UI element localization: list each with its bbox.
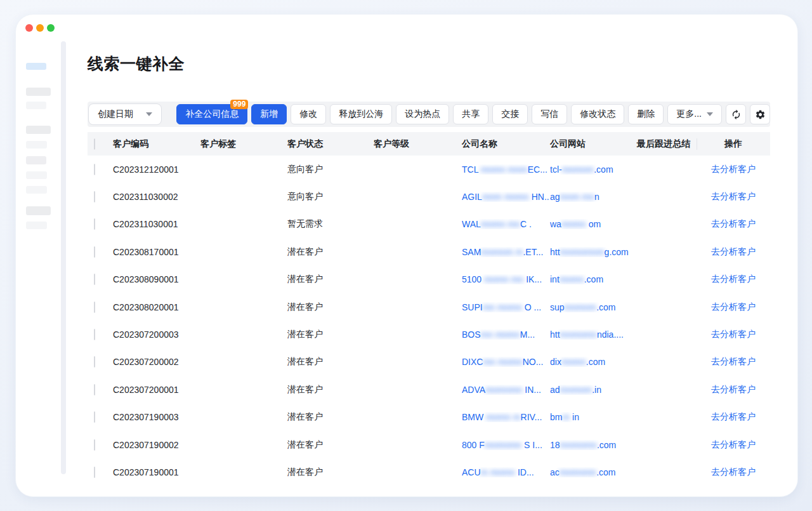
customer-status: 潜在客户 [287, 467, 374, 478]
company-website-link[interactable]: supmnmnm.com [550, 302, 637, 312]
company-name-link[interactable]: AGILmnm mnmn HN... [462, 192, 550, 202]
edit-button[interactable]: 修改 [291, 104, 326, 124]
company-name-link[interactable]: WALmnmn mnC . [462, 219, 550, 229]
company-website-link[interactable]: acmnmnmn.com [550, 467, 637, 477]
company-website-link[interactable]: intmnmn.com [550, 274, 637, 284]
row-checkbox[interactable] [94, 467, 95, 478]
analyze-customer-link[interactable]: 去分析客户 [711, 302, 756, 312]
analyze-customer-link[interactable]: 去分析客户 [711, 218, 756, 229]
window-controls [25, 24, 55, 32]
company-name-link[interactable]: 800 Fmnmnmn S I... [462, 440, 550, 450]
handover-label: 交接 [501, 109, 519, 120]
sync-button[interactable] [726, 104, 746, 124]
analyze-customer-link[interactable]: 去分析客户 [711, 191, 756, 201]
sidebar-skeleton-bar [26, 206, 51, 215]
set-hotspot-label: 设为热点 [405, 109, 440, 120]
maximize-window-icon[interactable] [47, 24, 55, 32]
customer-status: 暂无需求 [287, 218, 374, 230]
company-name-link[interactable]: 5100 mnmn mn IK... [462, 274, 550, 284]
customer-code: C202311030002 [113, 192, 200, 202]
analyze-customer-link[interactable]: 去分析客户 [711, 356, 756, 366]
company-name-link[interactable]: SUPImn mnmn O ... [462, 302, 550, 312]
company-website-link[interactable]: tcl-mnmnm.com [550, 164, 637, 175]
company-website-link[interactable]: agmnm mnn [550, 192, 637, 202]
row-checkbox[interactable] [94, 164, 95, 175]
redacted-text: mnmnmnm [560, 247, 605, 257]
company-website-link[interactable]: httmnmnmnmg.com [550, 247, 637, 257]
company-name-link[interactable]: BOSmn mnmnM... [462, 329, 550, 340]
redacted-text: mnmn m [486, 412, 520, 422]
change-status-button[interactable]: 修改状态 [571, 104, 624, 124]
company-name-link[interactable]: BMW mnmn mRIV... [462, 412, 550, 422]
analyze-customer-link[interactable]: 去分析客户 [711, 411, 756, 421]
close-window-icon[interactable] [25, 24, 33, 32]
row-checkbox[interactable] [94, 218, 95, 230]
company-name-link[interactable]: SAMmnmnm m.ET... [462, 247, 550, 257]
chevron-down-icon [146, 112, 152, 116]
company-website-link[interactable]: wamnmn om [550, 219, 637, 229]
redacted-text: mnmn [561, 357, 586, 367]
release-to-pool-button[interactable]: 释放到公海 [330, 104, 392, 124]
sidebar-item-active[interactable] [26, 63, 46, 70]
browser-window: 线索一键补全 创建日期 补全公司信息 999 新增 修改 释放到公海 [15, 14, 798, 497]
select-all-checkbox[interactable] [94, 138, 95, 150]
analyze-customer-link[interactable]: 去分析客户 [711, 384, 756, 394]
set-hotspot-button[interactable]: 设为热点 [396, 104, 449, 124]
analyze-customer-link[interactable]: 去分析客户 [711, 164, 756, 174]
company-name-link[interactable]: DIXCmn mnmnNO... [462, 357, 550, 367]
add-button-label: 新增 [260, 109, 278, 120]
handover-button[interactable]: 交接 [492, 104, 528, 124]
more-button[interactable]: 更多... [667, 104, 722, 124]
row-checkbox[interactable] [94, 384, 95, 395]
customer-code: C202307200002 [113, 357, 200, 367]
edit-label: 修改 [299, 109, 317, 120]
app-canvas: 线索一键补全 创建日期 补全公司信息 999 新增 修改 释放到公海 [0, 0, 812, 511]
row-checkbox[interactable] [94, 246, 95, 258]
more-label: 更多... [676, 109, 702, 120]
table-row: C202308020001 潜在客户 SUPImn mnmn O ... sup… [88, 293, 770, 321]
analyze-customer-link[interactable]: 去分析客户 [711, 274, 756, 284]
count-badge: 999 [230, 100, 248, 109]
company-website-link[interactable]: dixmnmn.com [550, 357, 637, 367]
company-website-link[interactable]: bmm in [550, 412, 637, 422]
date-filter-dropdown[interactable]: 创建日期 [88, 103, 162, 125]
company-website-link[interactable]: admnmnm.in [550, 385, 637, 395]
company-name-link[interactable]: TCL mnmn mnmEC... [462, 164, 550, 175]
analyze-customer-link[interactable]: 去分析客户 [711, 329, 756, 339]
customer-status: 潜在客户 [287, 302, 374, 313]
row-checkbox[interactable] [94, 274, 95, 285]
row-checkbox[interactable] [94, 411, 95, 423]
add-button[interactable]: 新增 [251, 104, 287, 124]
table-row: C202307190003 潜在客户 BMW mnmn mRIV... bmm … [88, 404, 770, 431]
row-checkbox[interactable] [94, 302, 95, 313]
table-row: C202307200003 潜在客户 BOSmn mnmnM... httmnm… [88, 321, 770, 348]
redacted-text: mnmnm [565, 302, 597, 312]
row-checkbox[interactable] [94, 439, 95, 451]
analyze-customer-link[interactable]: 去分析客户 [711, 246, 756, 256]
analyze-customer-link[interactable]: 去分析客户 [711, 467, 756, 477]
complete-company-info-label: 补全公司信息 [185, 109, 239, 120]
settings-button[interactable] [750, 104, 770, 124]
write-email-button[interactable]: 写信 [532, 104, 567, 124]
share-button[interactable]: 共享 [453, 104, 488, 124]
redacted-text: mn mnmn [483, 302, 525, 312]
redacted-text: mnmnmn [560, 329, 597, 340]
company-website-link[interactable]: 18mnmnmn.com [550, 440, 637, 450]
table-row: C202311030001 暂无需求 WALmnmn mnC . wamnmn … [88, 211, 770, 238]
company-website-link[interactable]: httmnmnmnndia.... [550, 329, 637, 340]
sidebar-skeleton-bar [26, 88, 51, 96]
analyze-customer-link[interactable]: 去分析客户 [711, 439, 756, 449]
complete-company-info-button[interactable]: 补全公司信息 999 [176, 104, 247, 124]
company-name-link[interactable]: ADVAmnmnmn IN... [462, 385, 550, 395]
minimize-window-icon[interactable] [36, 24, 44, 32]
delete-button[interactable]: 删除 [628, 104, 664, 124]
company-name-link[interactable]: ACUm mnmn ID... [462, 467, 550, 477]
row-checkbox[interactable] [94, 191, 95, 202]
row-checkbox[interactable] [94, 329, 95, 340]
redacted-text: mnm mnmn [482, 192, 532, 202]
redacted-text: m [562, 412, 572, 422]
header-actions: 操作 [697, 138, 770, 150]
row-checkbox[interactable] [94, 356, 95, 368]
delete-label: 删除 [637, 109, 655, 120]
table-row: C202311030002 意向客户 AGILmnm mnmn HN... ag… [88, 183, 770, 210]
